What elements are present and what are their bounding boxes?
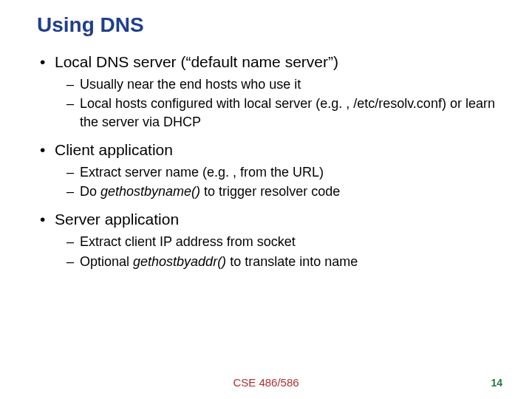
slide-title: Using DNS — [37, 13, 495, 37]
footer-course: CSE 486/586 — [0, 376, 532, 389]
bullet-l1: Client application — [40, 141, 495, 159]
bullet-l1: Local DNS server (“default name server”) — [40, 53, 495, 71]
bullet-list: Local DNS server (“default name server”)… — [37, 53, 495, 270]
bullet-l2: Do gethostbyname() to trigger resolver c… — [66, 183, 495, 200]
bullet-l2: Usually near the end hosts who use it — [66, 75, 495, 93]
bullet-l2: Local hosts configured with local server… — [66, 95, 495, 131]
slide-content: Using DNS Local DNS server (“default nam… — [0, 0, 532, 270]
bullet-l2: Extract server name (e.g. , from the URL… — [66, 163, 495, 181]
footer-page-number: 14 — [491, 377, 502, 389]
bullet-l1: Server application — [40, 211, 495, 228]
bullet-l2: Extract client IP address from socket — [66, 233, 495, 250]
bullet-l2: Optional gethostbyaddr() to translate in… — [66, 253, 495, 270]
